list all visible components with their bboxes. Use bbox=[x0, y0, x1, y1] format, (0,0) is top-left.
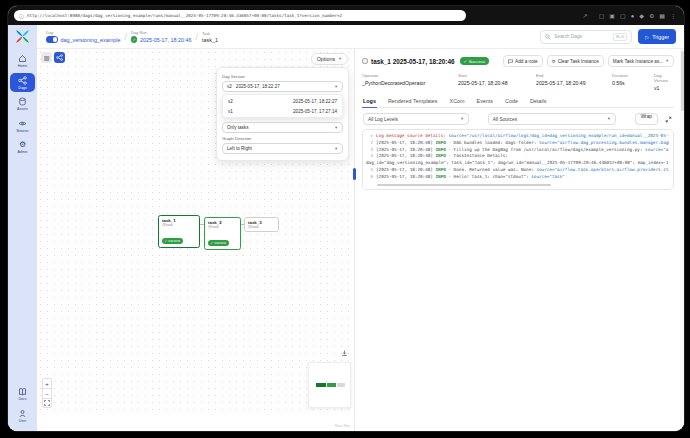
dag-name-link[interactable]: dag_versioning_example bbox=[61, 37, 121, 43]
more-icon[interactable]: ⋮ bbox=[670, 12, 676, 19]
chevron-down-icon: ▼ bbox=[334, 147, 338, 151]
panel-resize-handle[interactable] bbox=[353, 168, 356, 180]
graph-view-icon bbox=[56, 54, 63, 61]
log-levels-select[interactable]: All Log Levels ▼ bbox=[363, 113, 469, 125]
info-icon[interactable]: ⓘ bbox=[19, 13, 24, 19]
tab-logs[interactable]: Logs bbox=[362, 97, 377, 108]
search-input[interactable] bbox=[554, 34, 609, 39]
tab-details[interactable]: Details bbox=[529, 97, 547, 107]
trigger-button[interactable]: ▷ Trigger bbox=[638, 29, 676, 44]
tab-rendered-templates[interactable]: Rendered Templates bbox=[387, 97, 439, 107]
task-tabs: Logs Rendered Templates XCom Events Code… bbox=[362, 97, 674, 108]
graph-view-toggle[interactable] bbox=[54, 52, 65, 63]
react-flow-attribution[interactable]: React Flow bbox=[335, 424, 350, 428]
view-toggles: ▥ bbox=[41, 52, 65, 63]
minimap-node bbox=[337, 383, 345, 387]
chevron-down-icon: ▼ bbox=[607, 117, 611, 121]
chevron-down-icon: ▼ bbox=[338, 57, 342, 61]
breadcrumb-dag-run: Dag Run ✓ 2025-05-17, 18:20:46 bbox=[131, 30, 192, 43]
chevron-down-icon: ▼ bbox=[334, 85, 338, 89]
log-filters: All Log Levels ▼ All Sources ▼ Wrap bbox=[362, 113, 674, 125]
fit-view-button[interactable] bbox=[42, 398, 52, 408]
sidebar-item-assets[interactable]: Assets bbox=[10, 95, 35, 114]
grid-view-icon: ▥ bbox=[44, 54, 50, 61]
zoom-in-button[interactable]: + bbox=[42, 378, 52, 388]
gear-icon: ⚙ bbox=[19, 140, 26, 149]
grid-view-toggle[interactable]: ▥ bbox=[41, 52, 52, 63]
browser-toolbar-icons: ↗ ▢ ▣ ▢ ● ◆ ⚙ ▦ ⋮ bbox=[583, 12, 676, 19]
diamond-icon[interactable]: ◆ bbox=[639, 12, 644, 19]
fit-view-icon bbox=[44, 400, 50, 406]
log-viewer[interactable]: ▸ Log message source details: source="/u… bbox=[362, 129, 674, 190]
tab-code[interactable]: Code bbox=[504, 97, 519, 107]
task-instance-header: task_1 2025-05-17, 18:20:46 ✓Success Add… bbox=[362, 54, 674, 68]
settings-icon[interactable]: ⚙ bbox=[649, 12, 654, 19]
add-note-button[interactable]: Add a note bbox=[503, 55, 543, 67]
airflow-logo[interactable] bbox=[15, 29, 30, 44]
database-icon bbox=[18, 97, 27, 106]
node-task-3[interactable]: task_3 @task bbox=[244, 217, 279, 232]
sidebar-item-dags[interactable]: Dags bbox=[10, 73, 35, 92]
home-icon bbox=[18, 54, 27, 63]
minimap[interactable] bbox=[308, 362, 351, 408]
dag-version-select[interactable]: v2 2025-05-17, 18:22:27 ▼ bbox=[222, 81, 343, 92]
tab-events[interactable]: Events bbox=[476, 97, 494, 107]
options-button[interactable]: Options ▼ bbox=[311, 53, 348, 65]
browser-window: ⓘ http://localhost:8080/dags/dag_version… bbox=[8, 6, 684, 431]
graph-direction-select[interactable]: Left to Right ▼ bbox=[222, 143, 343, 154]
download-graph-button[interactable] bbox=[341, 343, 348, 361]
search-dags-box[interactable]: ⌘+K bbox=[540, 30, 632, 44]
eye-icon bbox=[18, 119, 27, 128]
node-task-2[interactable]: task_2 @task ✓success bbox=[204, 217, 241, 250]
success-check-icon: ✓ bbox=[131, 36, 138, 43]
log-line-number: 2 bbox=[366, 140, 376, 147]
version-option-v1[interactable]: v1 2025-05-17, 17:27:14 bbox=[223, 106, 342, 116]
log-line-number: 3 bbox=[366, 147, 376, 154]
graph-footer bbox=[37, 416, 354, 431]
tab-xcom[interactable]: XCom bbox=[449, 97, 466, 107]
log-line: 4 [2025-05-17, 18:20:48] INFO - TaskInst… bbox=[366, 153, 669, 160]
share-icon[interactable]: ↗ bbox=[583, 12, 588, 19]
refresh-icon: ⟳ bbox=[552, 59, 556, 64]
log-line: 3 [2025-05-17, 18:20:48] INFO - Filling … bbox=[366, 147, 669, 154]
version-option-v2[interactable]: v2 2025-05-17, 18:22:27 bbox=[223, 96, 342, 106]
panel-icon[interactable]: ▣ bbox=[609, 12, 615, 19]
grid-icon[interactable]: ▦ bbox=[659, 12, 665, 19]
sidebar-item-browse[interactable]: Browse bbox=[10, 116, 35, 135]
sidebar-item-user[interactable]: User bbox=[10, 406, 35, 425]
user-icon bbox=[18, 409, 27, 418]
scrollbar-thumb[interactable] bbox=[681, 51, 684, 111]
sidebar-item-admin[interactable]: ⚙ Admin bbox=[10, 138, 35, 157]
zoom-out-button[interactable]: − bbox=[42, 388, 52, 398]
vertical-scrollbar[interactable] bbox=[680, 49, 684, 431]
status-badge: ✓success bbox=[162, 238, 183, 244]
search-icon bbox=[545, 34, 551, 40]
node-task-1[interactable]: task_1 @task ✓success bbox=[158, 215, 200, 248]
dag-run-link[interactable]: 2025-05-17, 18:20:46 bbox=[140, 37, 192, 43]
mark-task-instance-as-button[interactable]: Mark Task Instance as... ▼ bbox=[608, 55, 674, 67]
wrap-button[interactable]: Wrap bbox=[635, 113, 658, 125]
window-icon[interactable]: ▢ bbox=[599, 12, 605, 19]
clear-task-instance-button[interactable]: ⟳ Clear Task Instance bbox=[547, 55, 604, 67]
log-horizontal-scrollbar[interactable] bbox=[377, 184, 551, 187]
task-instance-title: task_1 2025-05-17, 18:20:46 bbox=[371, 58, 455, 65]
meta-duration: Duration 0.56s bbox=[612, 73, 654, 91]
task-meta-row: Operator _PythonDecoratedOperator Start … bbox=[362, 73, 674, 91]
task-instance-panel: task_1 2025-05-17, 18:20:46 ✓Success Add… bbox=[355, 49, 684, 431]
sidebar-item-home[interactable]: Home bbox=[10, 52, 35, 71]
meta-start: Start 2025-05-17, 18:20:48 bbox=[458, 73, 536, 91]
dag-pause-toggle[interactable] bbox=[46, 36, 58, 43]
chevron-down-icon: ▼ bbox=[460, 117, 464, 121]
log-expander-icon[interactable]: ▸ bbox=[366, 133, 376, 140]
sidebar-item-docs[interactable]: Docs bbox=[10, 385, 35, 404]
address-bar[interactable]: ⓘ http://localhost:8080/dags/dag_version… bbox=[14, 10, 466, 21]
status-badge: ✓Success bbox=[460, 57, 490, 65]
meta-operator: Operator _PythonDecoratedOperator bbox=[362, 73, 458, 91]
dependencies-select[interactable]: Only tasks ▼ bbox=[222, 122, 343, 133]
log-sources-select[interactable]: All Sources ▼ bbox=[488, 113, 616, 125]
status-badge: ✓success bbox=[208, 240, 229, 246]
record-icon[interactable]: ● bbox=[631, 13, 635, 19]
minimap-node bbox=[327, 383, 336, 387]
expand-logs-button[interactable] bbox=[662, 113, 674, 125]
tab-icon[interactable]: ▢ bbox=[620, 12, 626, 19]
